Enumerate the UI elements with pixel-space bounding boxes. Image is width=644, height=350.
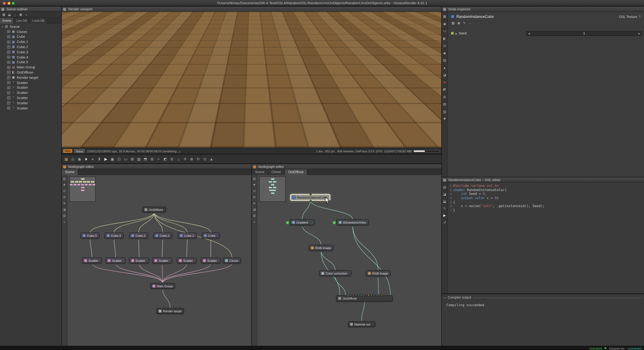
node-color-icon[interactable]: ▦ — [451, 21, 456, 26]
node-pin[interactable] — [380, 270, 382, 271]
rename-node-icon[interactable]: ✎ — [462, 21, 467, 26]
tree-item[interactable]: +*Scatter — [0, 106, 61, 111]
expand-icon[interactable]: + — [7, 101, 10, 105]
node-pin[interactable] — [176, 307, 178, 309]
undo-icon[interactable]: ↺ — [442, 220, 447, 225]
tree-item[interactable]: +◧OctDiffuse — [0, 70, 61, 75]
node-pin[interactable] — [163, 307, 165, 309]
start-render-icon[interactable]: ▶ — [103, 156, 109, 162]
node-pin[interactable] — [339, 270, 340, 271]
node-pin[interactable] — [368, 294, 370, 296]
node-enabled-icon[interactable]: ✓ — [286, 220, 290, 224]
graph-settings-icon[interactable]: ≡ — [62, 219, 67, 224]
node-pin[interactable] — [365, 294, 367, 296]
tree-item[interactable]: +▣Cloner — [0, 29, 61, 35]
node-pin[interactable] — [92, 257, 93, 258]
node-pin[interactable] — [115, 257, 117, 258]
node-pin[interactable] — [210, 257, 212, 258]
copy-node-icon[interactable]: ◪ — [62, 207, 67, 212]
display-modes-icon[interactable]: ▣ — [110, 156, 116, 162]
node-pin[interactable] — [348, 219, 350, 220]
expand-icon[interactable]: + — [7, 91, 10, 94]
pause-render-icon[interactable]: ‖ — [96, 156, 102, 162]
camera-reset-icon[interactable]: ⌂ — [176, 156, 182, 162]
lock-resolution-icon[interactable]: ⊠ — [129, 156, 135, 162]
node-pin[interactable] — [320, 250, 322, 252]
graph-minimap[interactable] — [259, 176, 286, 202]
node-pin[interactable] — [318, 244, 320, 246]
node-pin[interactable] — [383, 270, 384, 271]
node-pin[interactable] — [114, 232, 115, 233]
node-randominstancecolor[interactable]: RandomInstanceColor — [290, 194, 330, 200]
node-pin[interactable] — [320, 244, 322, 246]
node-pin[interactable] — [359, 219, 360, 220]
postprocess-icon[interactable]: ▤ — [442, 102, 447, 107]
node-main-group[interactable]: Main Group — [150, 283, 175, 289]
node-pin[interactable] — [331, 270, 332, 271]
node-pin[interactable] — [210, 263, 212, 265]
node-scatter[interactable]: Scatter — [129, 257, 149, 263]
expand-icon[interactable]: + — [7, 97, 10, 100]
node-pin[interactable] — [310, 193, 312, 195]
group-icon[interactable]: ⊞ — [62, 195, 67, 200]
script-icon[interactable]: ✚ — [442, 117, 447, 121]
tree-item[interactable]: +*Scatter — [0, 101, 61, 106]
tab-live-db[interactable]: Live DB — [14, 18, 30, 24]
delete-node-icon[interactable]: ⊗ — [252, 201, 257, 206]
node-pin[interactable] — [323, 244, 325, 246]
new-script-icon[interactable]: ▤ — [442, 185, 447, 190]
expand-icon[interactable]: + — [7, 30, 10, 33]
import-icon[interactable]: ↓ — [13, 12, 18, 17]
fit-image-icon[interactable]: ⊡ — [116, 156, 122, 162]
node-pin[interactable] — [336, 270, 338, 271]
node-pin[interactable] — [302, 225, 304, 226]
node-pin[interactable] — [352, 294, 354, 296]
tab-octdiffuse[interactable]: OctDiffuse — [285, 169, 308, 175]
object-control-icon[interactable]: ▲ — [208, 156, 214, 162]
node-pin[interactable] — [303, 219, 305, 220]
tab-cloner[interactable]: Cloner — [268, 169, 285, 175]
node-pin[interactable] — [162, 288, 164, 290]
graph-overview-icon[interactable]: ▤ — [62, 176, 67, 181]
paste-node-icon[interactable]: ▥ — [252, 213, 257, 218]
pan-camera-icon[interactable]: ✛ — [182, 156, 188, 162]
node-pin[interactable] — [92, 263, 93, 265]
node-rgb-image[interactable]: RGB image — [309, 245, 333, 250]
node-octdiffuse[interactable]: OctDiffuse — [336, 295, 393, 301]
node-pin[interactable] — [326, 244, 328, 246]
render-target-icon[interactable]: ■ — [442, 80, 447, 85]
node-pin[interactable] — [179, 307, 180, 309]
tree-root-scene[interactable]: ▸▤Scene — [0, 24, 61, 29]
expand-icon[interactable]: + — [7, 71, 10, 74]
node-pin[interactable] — [187, 232, 188, 233]
osl-code[interactable]: 1#include <octane-osl.h>2shader RandomIn… — [448, 184, 643, 292]
tree-item[interactable]: +▦Cube.5 — [0, 60, 61, 65]
ungroup-icon[interactable]: ⊟ — [62, 189, 67, 193]
node-pin[interactable] — [334, 270, 335, 271]
delete-icon[interactable]: × — [24, 12, 29, 17]
node-cube-2[interactable]: Cube.2 — [153, 233, 172, 238]
node-pin[interactable] — [375, 270, 377, 271]
info-channels-icon[interactable]: ≣ — [169, 156, 175, 162]
animation-icon[interactable]: ▥ — [442, 109, 447, 114]
save-script-icon[interactable]: ⬓ — [442, 199, 447, 204]
compiler-output-header[interactable]: – Compiler output — [442, 294, 644, 299]
camera-target-icon[interactable]: ⊙ — [202, 156, 208, 162]
node-gradient[interactable]: ✓Gradient — [290, 219, 314, 225]
node-cube-5[interactable]: Cube.5 — [80, 233, 100, 238]
expand-icon[interactable]: + — [7, 76, 10, 79]
pass-noise-button[interactable]: Noise — [74, 149, 85, 153]
node-scatter[interactable]: Scatter — [177, 257, 196, 263]
octdiffuse-node-graph[interactable]: RandomInstanceColor✓Gradient✓8GrandomUVt… — [252, 175, 441, 346]
expand-icon[interactable]: + — [7, 81, 10, 84]
pass-main-button[interactable]: Main — [63, 149, 72, 153]
node-pin[interactable] — [350, 294, 352, 296]
node-cube-1[interactable]: Cube.1 — [178, 233, 196, 238]
collapse-dash-icon[interactable]: – — [444, 296, 446, 299]
copy-node-icon[interactable]: ◪ — [252, 207, 257, 212]
tree-item[interactable]: +▦Cube — [0, 34, 61, 39]
node-pin[interactable] — [354, 219, 355, 220]
node-pin[interactable] — [161, 307, 162, 309]
node-pin[interactable] — [162, 238, 164, 240]
node-enabled-icon[interactable]: ✓ — [332, 220, 336, 224]
